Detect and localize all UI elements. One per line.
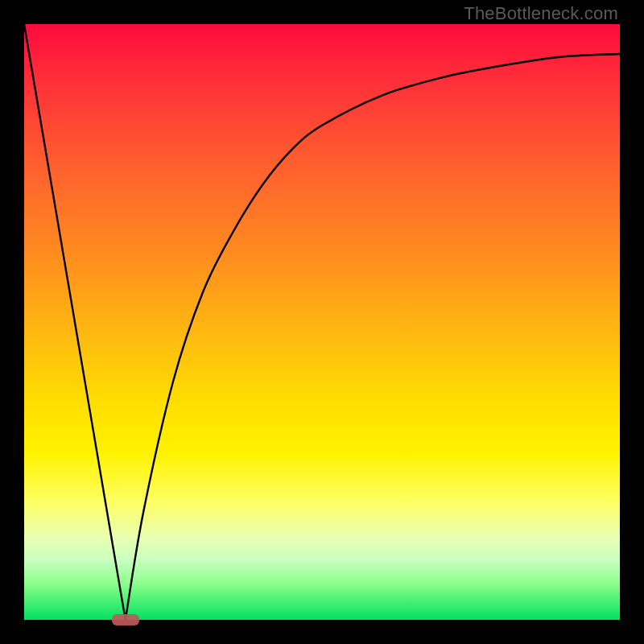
plot-area [24, 24, 620, 620]
vertex-marker [112, 614, 139, 625]
right-saturating-segment [126, 54, 620, 620]
curve-layer [24, 24, 620, 620]
watermark-text: TheBottleneck.com [464, 3, 618, 24]
left-linear-segment [24, 24, 126, 620]
chart-frame: TheBottleneck.com [0, 0, 644, 644]
